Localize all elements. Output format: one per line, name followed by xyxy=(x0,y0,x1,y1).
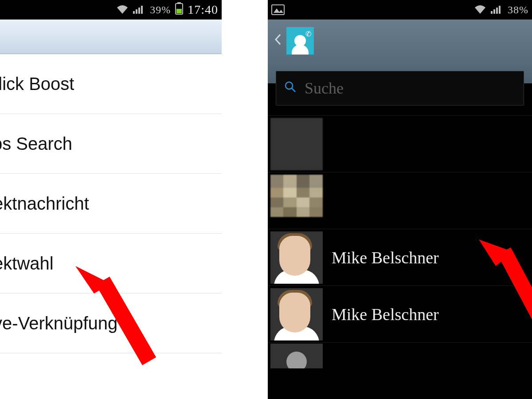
battery-icon xyxy=(175,2,183,18)
phone-right: 38% ✆ Suche xyxy=(268,0,532,399)
wifi-icon xyxy=(116,5,129,15)
battery-percent: 38% xyxy=(508,4,528,16)
annotation-arrow-icon xyxy=(479,239,532,328)
svg-rect-2 xyxy=(138,8,140,14)
annotation-arrow-icon xyxy=(75,266,173,381)
search-placeholder: Suche xyxy=(305,79,344,98)
svg-line-14 xyxy=(292,88,295,92)
signal-icon xyxy=(491,5,503,15)
list-item-label: Direktnachricht xyxy=(0,194,89,214)
signal-icon xyxy=(133,5,145,15)
avatar xyxy=(270,344,323,368)
avatar xyxy=(270,231,323,284)
divider xyxy=(222,0,268,399)
contact-name: Mike Belschner xyxy=(332,248,439,267)
phone-icon: ✆ xyxy=(305,30,311,38)
svg-rect-11 xyxy=(496,8,498,14)
list-item-label: Apps Search xyxy=(0,134,72,154)
svg-marker-8 xyxy=(274,8,283,13)
svg-rect-18 xyxy=(497,247,532,321)
list-item[interactable]: 1-Klick Boost xyxy=(0,54,222,114)
contact-row[interactable] xyxy=(268,172,532,229)
status-bar: 39% 17:40 xyxy=(0,0,222,20)
svg-rect-16 xyxy=(96,277,156,365)
contact-name: Mike Belschner xyxy=(332,305,439,324)
avatar xyxy=(270,288,323,340)
gallery-icon xyxy=(271,4,285,15)
svg-rect-10 xyxy=(493,9,495,14)
battery-percent: 39% xyxy=(150,4,171,16)
search-input[interactable]: Suche xyxy=(276,71,524,106)
svg-point-13 xyxy=(286,82,293,89)
wifi-icon xyxy=(474,5,486,15)
avatar xyxy=(270,118,323,170)
svg-rect-6 xyxy=(176,9,182,13)
back-button[interactable] xyxy=(272,33,284,49)
stage: 39% 17:40 ere 1-Klick Boost Apps Search … xyxy=(0,0,532,399)
list-item-label: 1-Klick Boost xyxy=(0,74,74,94)
status-bar: 38% xyxy=(268,0,532,20)
svg-rect-1 xyxy=(136,9,137,14)
list-item[interactable]: Apps Search xyxy=(0,114,222,174)
svg-rect-0 xyxy=(133,11,135,14)
svg-rect-12 xyxy=(499,6,501,14)
status-clock: 17:40 xyxy=(188,3,218,17)
section-header: ere xyxy=(0,20,222,54)
search-icon xyxy=(284,81,297,96)
svg-rect-3 xyxy=(141,6,143,14)
list-item-label: Direktwahl xyxy=(0,254,54,274)
avatar xyxy=(270,175,323,227)
search-bar-container: Suche xyxy=(268,62,532,115)
svg-rect-7 xyxy=(272,5,284,15)
app-bar: ✆ xyxy=(268,20,532,62)
contacts-app-icon[interactable]: ✆ xyxy=(286,27,314,55)
list-item[interactable]: Direktnachricht xyxy=(0,174,222,234)
contact-row[interactable] xyxy=(268,342,532,369)
contact-row[interactable] xyxy=(268,115,532,172)
svg-rect-9 xyxy=(491,11,493,14)
